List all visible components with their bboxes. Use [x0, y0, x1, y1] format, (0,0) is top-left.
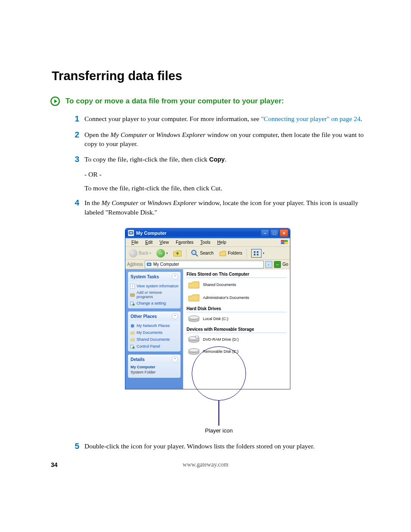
- step-number-5: 5: [72, 442, 79, 451]
- item-dvd-ram-drive[interactable]: DVD-RAM Drive (D:): [188, 336, 286, 343]
- my-computer-window: My Computer – □ × File Edit View Favorit…: [125, 228, 290, 389]
- svg-rect-4: [130, 232, 133, 234]
- chevron-up-icon[interactable]: ⌃: [172, 313, 178, 319]
- svg-rect-8: [257, 251, 258, 253]
- step-2-text: Open the My Computer or Windows Explorer…: [84, 130, 364, 149]
- step-number-2: 2: [72, 130, 79, 149]
- my-computer-icon: [128, 230, 134, 236]
- close-button[interactable]: ×: [280, 229, 288, 237]
- folders-button[interactable]: Folders: [217, 248, 244, 258]
- forward-button[interactable]: →▾: [155, 248, 170, 258]
- back-icon: ←: [129, 249, 137, 258]
- step-3-text: To copy the file, right-click the file, …: [84, 155, 227, 165]
- item-removable-disk-e[interactable]: Removable Disk (E:): [188, 348, 286, 355]
- network-icon: [130, 323, 135, 328]
- forward-icon: →: [156, 249, 165, 258]
- item-local-disk-c[interactable]: Local Disk (C:): [188, 315, 286, 323]
- address-dropdown[interactable]: ⌄: [265, 261, 272, 268]
- back-button[interactable]: ←Back▾: [127, 248, 153, 258]
- page-title: Transferring data files: [52, 69, 364, 83]
- callout-label: Player icon: [205, 427, 233, 434]
- place-my-documents[interactable]: My Documents: [130, 329, 179, 336]
- group-hard-disks: Hard Disk Drives: [187, 306, 286, 312]
- panel-other-places: Other Places⌃ My Network Places My Docum…: [128, 311, 181, 352]
- maximize-button[interactable]: □: [270, 229, 279, 237]
- folder-icon: [130, 330, 135, 335]
- svg-rect-12: [147, 263, 150, 265]
- address-label: Address: [127, 262, 143, 267]
- group-stored-files: Files Stored on This Computer: [187, 272, 286, 278]
- group-removable-storage: Devices with Removable Storage: [187, 327, 286, 333]
- folder-up-icon: [173, 249, 182, 257]
- address-field[interactable]: My Computer: [145, 261, 264, 268]
- svg-point-23: [189, 316, 199, 319]
- settings-icon: [130, 301, 135, 306]
- windows-logo-icon: [280, 240, 288, 246]
- step-5-text: Double-click the icon for your player. W…: [84, 442, 314, 451]
- step-number-3: 3: [72, 155, 79, 165]
- menu-view[interactable]: View: [156, 239, 172, 246]
- menu-file[interactable]: File: [128, 239, 142, 246]
- place-control-panel[interactable]: Control Panel: [130, 343, 179, 350]
- address-bar: Address My Computer ⌄ → Go: [125, 260, 290, 269]
- place-shared-documents[interactable]: Shared Documents: [130, 336, 179, 343]
- footer-url: www.gateway.com: [0, 461, 411, 468]
- folder-icon: [188, 293, 199, 302]
- menu-edit[interactable]: Edit: [142, 239, 156, 246]
- svg-rect-10: [257, 254, 258, 255]
- svg-point-17: [132, 303, 134, 305]
- panel-system-tasks: System Tasks⌃ iView system information A…: [128, 272, 181, 308]
- menu-help[interactable]: Help: [214, 239, 230, 246]
- menu-favorites[interactable]: Favorites: [172, 239, 197, 246]
- go-label: Go: [283, 262, 288, 267]
- menubar: File Edit View Favorites Tools Help: [125, 238, 290, 247]
- search-button[interactable]: Search: [189, 248, 215, 258]
- minimize-button[interactable]: –: [261, 229, 269, 237]
- place-network[interactable]: My Network Places: [130, 322, 179, 329]
- or-separator: - OR -: [84, 171, 364, 178]
- programs-icon: [130, 292, 135, 297]
- control-panel-icon: [130, 344, 135, 349]
- dvd-drive-icon: [188, 336, 199, 343]
- svg-line-6: [196, 254, 198, 256]
- folder-icon: [188, 280, 199, 289]
- task-change-setting[interactable]: Change a setting: [130, 300, 179, 307]
- my-computer-small-icon: [146, 262, 152, 267]
- up-button[interactable]: [171, 248, 184, 258]
- section-subtitle: To copy or move a data file from your co…: [65, 97, 284, 106]
- info-icon: i: [130, 283, 135, 289]
- callout-line: [218, 401, 219, 426]
- svg-point-27: [196, 336, 199, 339]
- step-number-4: 4: [72, 198, 79, 217]
- window-titlebar: My Computer – □ ×: [125, 228, 290, 238]
- svg-text:i: i: [132, 284, 133, 288]
- task-view-system-info[interactable]: iView system information: [130, 283, 179, 289]
- svg-point-18: [131, 324, 134, 327]
- task-add-remove-programs[interactable]: Add or remove programs: [130, 289, 179, 300]
- link-connecting-player[interactable]: "Connecting your player" on page 24: [261, 115, 361, 122]
- search-icon: [191, 249, 199, 257]
- svg-rect-7: [254, 251, 255, 253]
- removable-disk-icon: [188, 348, 199, 355]
- chevron-up-icon[interactable]: ⌃: [172, 274, 178, 280]
- page-number: 34: [51, 461, 58, 468]
- hard-disk-icon: [188, 315, 199, 323]
- sidebar: System Tasks⌃ iView system information A…: [125, 269, 183, 389]
- go-button[interactable]: →: [274, 261, 281, 268]
- views-button[interactable]: ▾: [249, 248, 266, 258]
- svg-point-5: [192, 250, 196, 255]
- content-pane: Files Stored on This Computer Shared Doc…: [183, 269, 290, 389]
- panel-details: Details⌃ My Computer System Folder: [128, 355, 181, 378]
- step-3-alt-text: To move the file, right-click the file, …: [84, 184, 364, 192]
- chevron-up-icon[interactable]: ⌃: [172, 356, 178, 362]
- item-admin-documents[interactable]: Administrator's Documents: [188, 293, 286, 302]
- svg-rect-9: [254, 254, 255, 255]
- step-1-text: Connect your player to your computer. Fo…: [84, 114, 362, 124]
- toolbar: ←Back▾ →▾ Search Folders: [125, 247, 290, 260]
- folders-icon: [219, 249, 227, 257]
- views-icon: [251, 249, 262, 258]
- folder-icon: [130, 337, 135, 342]
- play-icon: [50, 96, 60, 106]
- item-shared-documents[interactable]: Shared Documents: [188, 280, 286, 289]
- menu-tools[interactable]: Tools: [197, 239, 214, 246]
